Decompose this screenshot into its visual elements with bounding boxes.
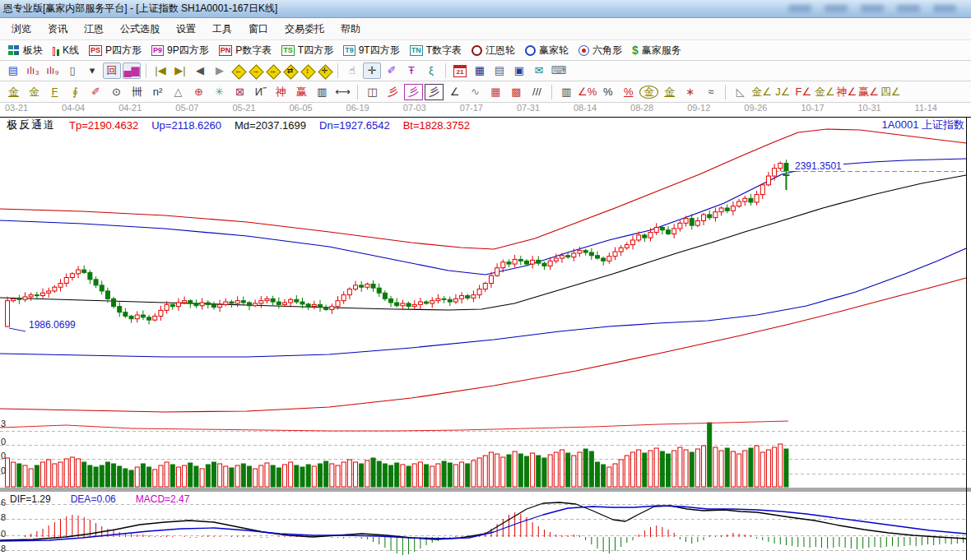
menu-formula-select[interactable]: 公式选股 [112,20,168,39]
send-icon[interactable]: ✉ [530,62,548,79]
p-square-button[interactable]: PSP四方形 [84,42,146,59]
gann-wheel-button[interactable]: 江恩轮 [467,42,520,59]
fibonacci-icon[interactable]: F [45,84,64,100]
expand-y-icon[interactable]: ↕ [300,63,315,79]
grid-box-icon[interactable]: ⊠ [230,84,249,100]
notes-icon[interactable]: ▤ [490,62,509,79]
stats-columns-icon[interactable]: ▥ [557,84,576,100]
percent-angle-icon[interactable]: ∠% [578,84,597,100]
volume-bar [766,450,770,487]
volume-bar [778,444,783,487]
t9-square-button[interactable]: T99T四方形 [338,42,405,59]
t-number-button[interactable]: TNT数字表 [405,42,467,59]
n-square-icon[interactable]: n² [148,84,167,100]
calculator-icon[interactable]: ▦ [471,62,489,79]
ray-fan-icon[interactable]: 彡 [383,84,402,100]
volume-bar [448,463,452,487]
menu-help[interactable]: 帮助 [332,20,369,39]
candle-style-icon[interactable]: ▯ [63,62,81,79]
pane-separator[interactable] [0,488,971,492]
expand-x-icon[interactable]: ↔ [265,63,281,79]
brush-icon[interactable]: ✐ [86,84,105,100]
reset-zoom-icon[interactable]: ✛ [317,63,332,79]
menu-window[interactable]: 窗口 [240,20,276,39]
red-grid2-icon[interactable]: ▩ [507,84,526,100]
four-angle-icon[interactable]: 四∠ [880,84,901,100]
gann-tool-icon[interactable]: Ŧ [402,62,420,79]
kline-button[interactable]: K线 [48,42,84,59]
hexagon-button[interactable]: 六角形 [574,42,627,59]
shen-angle-icon[interactable]: 神∠ [837,84,857,100]
chart-area[interactable]: 极反通道 Tp=2190.4632 Up=2118.6260 Md=2037.1… [0,117,971,560]
pattern-mode-icon[interactable]: 回 [103,62,121,79]
menu-trading[interactable]: 交易委托 [276,20,332,39]
candle-body [129,316,133,318]
measure-icon[interactable]: И˝ [251,84,270,100]
color-bars-icon[interactable]: ▄▆ [123,62,141,79]
last-page-icon[interactable]: ▶| [171,62,189,79]
crosshair-tool-icon[interactable]: ✛ [363,62,381,79]
calendar-icon[interactable]: 21 [451,62,469,79]
report-icon[interactable]: ▤ [4,62,22,79]
menu-browse[interactable]: 浏览 [3,20,39,39]
hand-tool-icon[interactable]: ☝ [343,62,361,79]
chart-3-icon[interactable]: ılı₃ [24,62,42,79]
starburst-icon[interactable]: ✳ [210,84,229,100]
angle-lines-icon[interactable]: ∠ [445,84,464,100]
shift-right-icon[interactable]: → [248,63,263,79]
trendline-tool-icon[interactable]: ✐ [383,62,401,79]
candle-body [560,256,564,258]
red-grid-icon[interactable]: ▦ [486,84,505,100]
save-icon[interactable]: ▣ [510,62,528,79]
f-angle-icon[interactable]: F∠ [794,84,813,100]
chart-9-icon[interactable]: ılı₉ [44,62,62,79]
shift-left-icon[interactable]: ← [230,63,246,79]
p9-square-button[interactable]: P99P四方形 [146,42,214,59]
mark-brush-icon[interactable]: ∗ [681,84,699,100]
count-ruler-icon[interactable]: ▥ [313,84,332,100]
candle-body [436,299,440,300]
parallel-lines-icon[interactable]: /// [527,84,546,100]
frame-tool-icon[interactable]: ◫ [363,84,382,100]
percent-icon[interactable]: % [598,84,617,100]
prev-icon[interactable]: ◀ [191,62,209,79]
fan-box2-icon[interactable]: 彡 [425,84,444,100]
j-angle-icon[interactable]: J∠ [774,84,792,100]
date-tick: 05-07 [175,103,198,113]
shen-tool-icon[interactable]: 神 [272,84,290,100]
golden-box-icon[interactable]: 金 [25,84,44,100]
angle-box-icon[interactable]: ◺ [731,84,750,100]
wave-tool-icon[interactable]: ξ [422,62,440,79]
fan-box-icon[interactable]: 彡 [404,84,423,100]
golden-section-icon[interactable]: 金 [4,84,23,100]
zigzag-icon[interactable]: ∿ [466,84,485,100]
next-icon[interactable]: ▶ [211,62,229,79]
winner-wheel-button[interactable]: 赢家轮 [520,42,574,59]
menu-tools[interactable]: 工具 [204,20,240,39]
spiral-icon[interactable]: ∮ [66,84,85,100]
span-arrow-icon[interactable]: ⟷ [333,84,352,100]
gold-angle-icon[interactable]: 金∠ [751,84,772,100]
first-page-icon[interactable]: |◀ [151,62,170,79]
win-tool-icon[interactable]: 赢 [292,84,311,100]
sector-button[interactable]: 板块 [3,42,48,59]
percent-line-icon[interactable]: % [619,84,638,100]
wave-ruler-icon[interactable]: ≈ [701,84,720,100]
winner-service-button[interactable]: $赢家服务 [627,42,686,59]
gold-line-icon[interactable]: 金 [660,84,679,100]
circle-cross-icon[interactable]: ⊕ [189,84,208,100]
win-angle-icon[interactable]: 赢∠ [858,84,879,100]
mirror-icon[interactable]: △ [169,84,188,100]
menu-settings[interactable]: 设置 [168,20,204,39]
p-number-button[interactable]: PNP数字表 [214,42,277,59]
circle-ruler-icon[interactable]: ⊙ [107,84,126,100]
print-icon[interactable]: ⌨ [550,62,568,79]
menu-news[interactable]: 资讯 [39,20,76,39]
t-square-button[interactable]: TST四方形 [276,42,338,59]
menu-gann[interactable]: 江恩 [76,20,112,39]
candle-style-dropdown[interactable]: ▾ [83,62,101,79]
gold-angle2-icon[interactable]: 金∠ [815,84,835,100]
ruler-icon[interactable]: 卌 [128,84,146,100]
compress-x-icon[interactable]: ⇄ [282,63,298,79]
gold-circle-icon[interactable]: 金 [639,86,658,99]
